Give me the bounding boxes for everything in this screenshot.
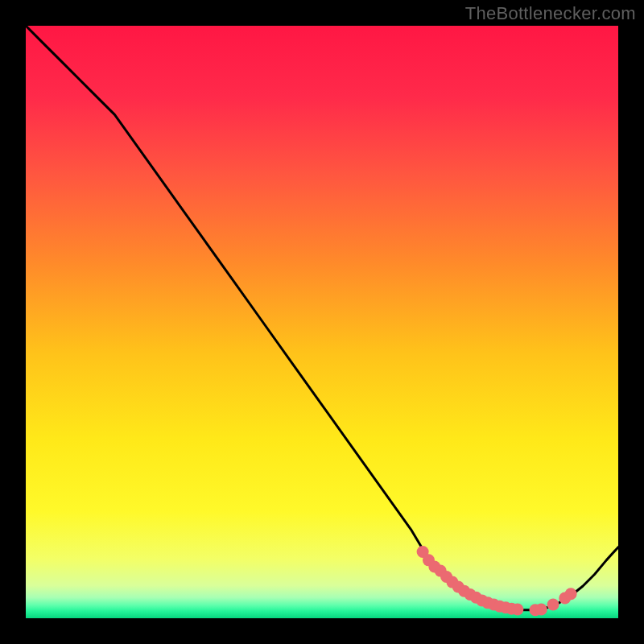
highlight-dot	[535, 603, 547, 615]
chart-frame: TheBottlenecker.com	[0, 0, 644, 644]
highlight-dot	[547, 599, 559, 611]
highlight-dot	[511, 603, 523, 615]
chart-svg	[26, 26, 618, 618]
highlight-dot	[565, 588, 577, 600]
watermark-text: TheBottlenecker.com	[465, 3, 636, 24]
plot-area	[26, 26, 618, 618]
